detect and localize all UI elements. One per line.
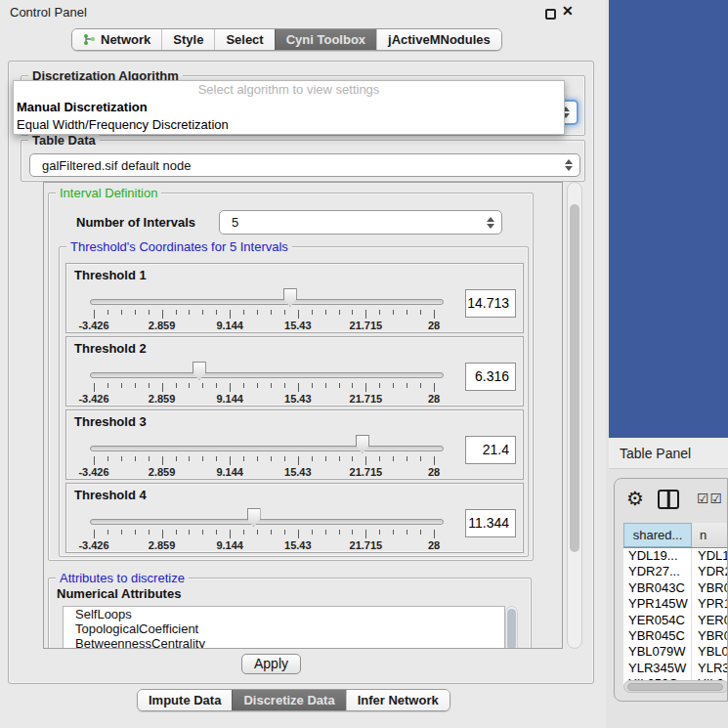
- slider-tick: [298, 310, 299, 319]
- split-view-icon[interactable]: [658, 490, 679, 509]
- slider-tick-label: 28: [428, 320, 440, 331]
- table-cell[interactable]: YPR1: [692, 596, 728, 612]
- attributes-list-scrollbar[interactable]: [505, 606, 518, 649]
- slider-track[interactable]: [90, 372, 444, 378]
- dropdown-item[interactable]: Manual Discretization: [14, 99, 564, 116]
- slider-track[interactable]: [90, 299, 444, 305]
- gear-icon[interactable]: ⚙: [626, 487, 644, 510]
- threshold-value-field[interactable]: 11.344: [465, 509, 516, 537]
- table-cell[interactable]: YER0: [692, 613, 728, 628]
- slider-tick-label: 15.43: [284, 393, 312, 405]
- table-cell[interactable]: YDR27...: [623, 564, 692, 579]
- slider-tick: [352, 530, 353, 535]
- slider-tick: [94, 383, 95, 392]
- table-cell[interactable]: YER054C: [623, 613, 692, 628]
- slider-tick-label: 9.144: [216, 466, 243, 478]
- table-row[interactable]: YBR045CYBR0: [623, 628, 728, 644]
- group-label: Table Data: [28, 133, 100, 148]
- threshold-value-field[interactable]: 6.316: [465, 363, 516, 391]
- slider-tick: [420, 383, 421, 388]
- tab-infer-network[interactable]: Infer Network: [346, 690, 450, 710]
- table-data-value: galFiltered.sif default node: [42, 158, 191, 173]
- slider-tick: [107, 456, 108, 461]
- table-cell[interactable]: YDR2: [692, 564, 728, 579]
- slider-tick: [420, 310, 421, 315]
- tab-network[interactable]: Network: [72, 29, 161, 50]
- tab-cyni-toolbox[interactable]: Cyni Toolbox: [275, 29, 376, 50]
- slider-track[interactable]: [90, 519, 444, 525]
- threshold-value-field[interactable]: 14.713: [465, 289, 516, 318]
- attributes-list[interactable]: SelfLoopsTopologicalCoefficientBetweenne…: [63, 606, 505, 649]
- table-toolbar: ⚙ ☑☑: [615, 485, 728, 516]
- table-cell[interactable]: YDL19...: [623, 548, 692, 564]
- slider-track[interactable]: [90, 446, 444, 451]
- table-panel-title: Table Panel: [620, 446, 691, 461]
- slider-tick: [407, 530, 407, 535]
- slider-tick: [271, 530, 272, 535]
- slider-tick: [352, 383, 353, 388]
- slider-tick: [379, 310, 380, 315]
- attribute-list-item[interactable]: SelfLoops: [64, 607, 504, 621]
- slider-tick: [365, 456, 366, 465]
- table-cell[interactable]: YBR045C: [623, 628, 692, 644]
- close-icon[interactable]: ✕: [562, 3, 574, 19]
- table-cell[interactable]: YBR043C: [623, 580, 692, 596]
- stepper-icon: [565, 159, 573, 171]
- group-label: Attributes to discretize: [56, 571, 189, 585]
- threshold-label: Threshold 3: [74, 414, 147, 429]
- slider-tick-label: 2.859: [149, 466, 176, 478]
- dropdown-item[interactable]: Equal Width/Frequency Discretization: [14, 116, 564, 134]
- table-row[interactable]: YPR145WYPR1: [623, 596, 728, 612]
- table-cell[interactable]: YPR145W: [623, 596, 692, 612]
- tab-impute-data[interactable]: Impute Data: [138, 690, 232, 710]
- attribute-list-item[interactable]: TopologicalCoefficient: [64, 621, 504, 636]
- slider-tick: [189, 456, 190, 461]
- table-cell[interactable]: YLR3: [692, 661, 728, 676]
- attribute-list-item[interactable]: BetweennessCentrality: [64, 636, 504, 649]
- number-of-intervals-combobox[interactable]: 5: [219, 210, 502, 235]
- slider-tick: [312, 383, 313, 388]
- slider-tick: [162, 310, 163, 319]
- slider-tick: [257, 310, 258, 315]
- table-cell[interactable]: YBR0: [692, 580, 728, 596]
- table-horizontal-scrollbar[interactable]: [623, 680, 728, 693]
- checkbox-icon[interactable]: ☑☑: [697, 491, 723, 506]
- threshold-value-field[interactable]: 21.4: [465, 436, 516, 464]
- table-column-header[interactable]: n: [692, 523, 728, 547]
- table-cell[interactable]: YBL0: [692, 644, 728, 660]
- tab-style[interactable]: Style: [161, 29, 214, 50]
- slider-tick: [407, 383, 407, 388]
- threshold-row: Threshold 2-3.4262.8599.14415.4321.71528…: [65, 336, 524, 407]
- slider-tick: [243, 383, 244, 388]
- table-row[interactable]: YDR27...YDR2: [623, 564, 728, 579]
- tab-select[interactable]: Select: [214, 29, 274, 50]
- table-cell[interactable]: YBL079W: [623, 644, 692, 660]
- table-row[interactable]: YBR043CYBR0: [623, 580, 728, 596]
- table-cell[interactable]: YLR345W: [623, 661, 692, 676]
- slider-tick: [434, 530, 435, 538]
- tab-jactivemnodules[interactable]: jActiveMNodules: [376, 29, 501, 50]
- table-row[interactable]: YBL079WYBL0: [623, 644, 728, 660]
- threshold-label: Threshold 4: [74, 488, 147, 502]
- node-table[interactable]: shared...n YDL19...YDL1YDR27...YDR2YBR04…: [623, 523, 728, 685]
- settings-scrollbar[interactable]: [567, 182, 582, 649]
- table-cell[interactable]: YBR0: [692, 628, 728, 644]
- table-cell[interactable]: YDL1: [692, 548, 728, 564]
- threshold-label: Threshold 2: [74, 341, 147, 356]
- table-row[interactable]: YDL19...YDL1: [623, 548, 728, 564]
- table-column-header[interactable]: shared...: [623, 523, 692, 547]
- table-row[interactable]: YLR345WYLR3: [623, 661, 728, 676]
- slider-tick: [284, 456, 285, 461]
- slider-tick: [271, 456, 272, 461]
- apply-button[interactable]: Apply: [241, 654, 301, 674]
- tab-discretize-data[interactable]: Discretize Data: [232, 690, 345, 710]
- threshold-row: Threshold 1-3.4262.8599.14415.4321.71528…: [65, 263, 524, 333]
- table-row[interactable]: YER054CYER0: [623, 613, 728, 628]
- slider-tick: [202, 383, 203, 388]
- table-header-row: shared...n: [623, 523, 728, 548]
- table-data-combobox[interactable]: galFiltered.sif default node: [29, 153, 580, 177]
- slider-tick: [339, 456, 340, 461]
- slider-tick: [121, 310, 122, 315]
- slider-tick: [107, 383, 108, 388]
- float-window-icon[interactable]: [545, 9, 556, 20]
